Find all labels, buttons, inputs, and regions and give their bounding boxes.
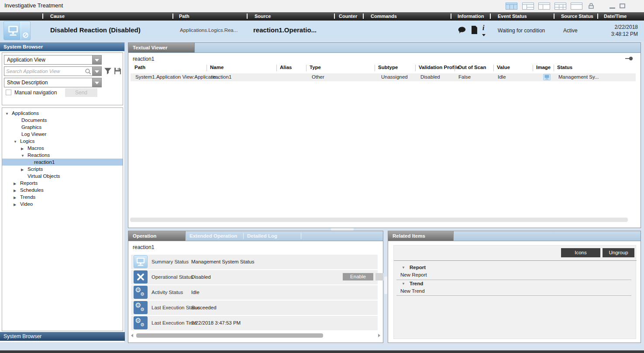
- chevron-right-icon[interactable]: ▶: [21, 166, 28, 173]
- scrollbar-thumb[interactable]: [136, 333, 323, 338]
- th-subtype[interactable]: Subtype: [378, 65, 398, 70]
- chevron-down-icon[interactable]: ▼: [14, 138, 20, 145]
- operation-row-summary-status: Summary Status Management System Status: [131, 255, 378, 269]
- filter-icon[interactable]: [104, 67, 112, 75]
- minimize-button[interactable]: [610, 7, 615, 9]
- maximize-button[interactable]: [620, 3, 625, 8]
- column-date-time[interactable]: Date/Time: [604, 14, 627, 19]
- vertical-splitter-handle[interactable]: [384, 277, 387, 294]
- event-status-value: Waiting for condition: [498, 28, 545, 34]
- send-button[interactable]: Send: [65, 88, 97, 97]
- tree-item-reports[interactable]: ▶Reports: [2, 180, 123, 187]
- chevron-down-icon[interactable]: [92, 55, 101, 64]
- th-path[interactable]: Path: [134, 65, 145, 70]
- manual-navigation-label: Manual navigation: [14, 90, 57, 96]
- chevron-down-icon[interactable]: [92, 78, 101, 87]
- th-value[interactable]: Value: [497, 65, 510, 70]
- table-row[interactable]: System1.Application View:Applicatio... r…: [131, 73, 636, 81]
- column-information[interactable]: Information: [458, 14, 484, 19]
- pin-icon[interactable]: [625, 56, 633, 61]
- tab-related-items[interactable]: Related Items: [388, 231, 454, 241]
- chevron-right-icon[interactable]: ▶: [14, 201, 20, 208]
- tab-detailed-log[interactable]: Detailed Log: [247, 231, 277, 241]
- th-status[interactable]: Status: [557, 65, 572, 70]
- chevron-down-icon[interactable]: ▼: [402, 282, 405, 286]
- event-source-icon[interactable]: [3, 21, 31, 40]
- system-browser-footer-tab[interactable]: System Browser: [0, 332, 125, 341]
- item-new-report[interactable]: New Report: [400, 272, 427, 277]
- chevron-down-icon[interactable]: ▼: [402, 266, 405, 270]
- column-path[interactable]: Path: [179, 14, 189, 19]
- icons-button[interactable]: Icons: [561, 248, 600, 257]
- textual-viewer-hscrollbar[interactable]: [130, 217, 639, 222]
- lock-icon[interactable]: [588, 3, 595, 10]
- manual-navigation-checkbox[interactable]: [6, 90, 11, 95]
- icon-line: [555, 7, 566, 7]
- tree-item-macros[interactable]: ▶Macros: [2, 145, 123, 152]
- disabled-x-icon[interactable]: [134, 270, 148, 284]
- tree-item-log-viewer[interactable]: Log Viewer: [2, 131, 123, 138]
- view-dropdown-value: Application View: [7, 57, 45, 63]
- operation-panel: Operation Extended Operation Detailed Lo…: [128, 231, 383, 343]
- th-type[interactable]: Type: [310, 65, 321, 70]
- info-icon[interactable]: i: [482, 24, 484, 32]
- th-validation-profile[interactable]: Validation Profile: [419, 65, 459, 70]
- th-out-of-scan[interactable]: Out of Scan: [458, 65, 486, 70]
- tree-item-reaction1[interactable]: reaction1: [2, 159, 123, 166]
- column-source-status[interactable]: Source Status: [561, 14, 593, 19]
- comment-icon[interactable]: [458, 26, 466, 34]
- tree-item-applications[interactable]: ▼Applications: [2, 110, 123, 117]
- enable-more-button[interactable]: [375, 273, 383, 280]
- tree-item-documents[interactable]: Documents: [2, 117, 123, 124]
- tree-item-scripts[interactable]: ▶Scripts: [2, 166, 123, 173]
- column-divider: [597, 14, 598, 19]
- column-cause[interactable]: Cause: [50, 14, 65, 19]
- management-station-icon[interactable]: [134, 255, 148, 268]
- scrollbar-thumb[interactable]: [130, 218, 628, 222]
- operation-row-last-execution-status: ⚙ ⚙ Last Execution Status Succeeded: [131, 301, 378, 315]
- layout-left-split-icon[interactable]: [522, 3, 534, 10]
- column-event-status[interactable]: Event Status: [498, 14, 527, 19]
- event-row[interactable]: Disabled Reaction (Disabled) Application…: [0, 21, 644, 41]
- scroll-right-icon[interactable]: [378, 334, 380, 337]
- search-input[interactable]: [4, 67, 86, 76]
- ungroup-button[interactable]: Ungroup: [603, 248, 634, 257]
- layout-grid-icon[interactable]: [554, 3, 566, 10]
- column-counter[interactable]: Counter: [339, 14, 357, 19]
- search-dropdown-icon[interactable]: [92, 67, 101, 76]
- th-image[interactable]: Image: [536, 65, 551, 70]
- tree-item-schedules[interactable]: ▶Schedules: [2, 187, 123, 194]
- tab-operation[interactable]: Operation: [128, 231, 186, 241]
- column-source[interactable]: Source: [255, 14, 271, 19]
- group-report[interactable]: Report: [410, 265, 426, 270]
- tree-item-video[interactable]: ▶Video: [2, 201, 123, 208]
- item-new-trend[interactable]: New Trend: [400, 288, 425, 294]
- th-name[interactable]: Name: [210, 65, 224, 70]
- save-icon[interactable]: [114, 67, 121, 75]
- column-commands[interactable]: Commands: [371, 14, 397, 19]
- scroll-left-icon[interactable]: [131, 334, 133, 337]
- layout-single-icon[interactable]: [571, 3, 582, 10]
- info-dropdown-arrow-icon[interactable]: [482, 34, 486, 36]
- tree-item-reactions[interactable]: ▼Reactions: [2, 152, 123, 159]
- description-dropdown[interactable]: Show Description: [4, 78, 102, 87]
- tree-item-graphics[interactable]: Graphics: [2, 124, 123, 131]
- enable-button[interactable]: Enable: [343, 273, 373, 280]
- tab-extended-operation[interactable]: Extended Operation: [189, 231, 237, 241]
- chevron-down-icon[interactable]: ▼: [21, 152, 28, 159]
- tree-item-trends[interactable]: ▶Trends: [2, 194, 123, 201]
- chevron-down-icon[interactable]: ▼: [5, 111, 12, 118]
- th-alias[interactable]: Alias: [280, 65, 292, 70]
- layout-left-column-icon[interactable]: [538, 3, 550, 10]
- tab-textual-viewer[interactable]: Textual Viewer: [128, 43, 195, 52]
- document-icon[interactable]: [471, 26, 478, 34]
- group-trend[interactable]: Trend: [410, 281, 423, 286]
- operation-hscrollbar[interactable]: [131, 333, 380, 338]
- tree-item-logics[interactable]: ▼Logics: [2, 138, 123, 145]
- layout-three-column-icon[interactable]: [506, 3, 517, 10]
- view-dropdown[interactable]: Application View: [4, 55, 102, 65]
- gears-icon[interactable]: ⚙ ⚙: [134, 316, 148, 329]
- gears-icon[interactable]: ⚙ ⚙: [134, 286, 148, 299]
- gears-icon[interactable]: ⚙ ⚙: [134, 301, 148, 314]
- tree-item-virtual-objects[interactable]: Virtual Objects: [2, 173, 123, 180]
